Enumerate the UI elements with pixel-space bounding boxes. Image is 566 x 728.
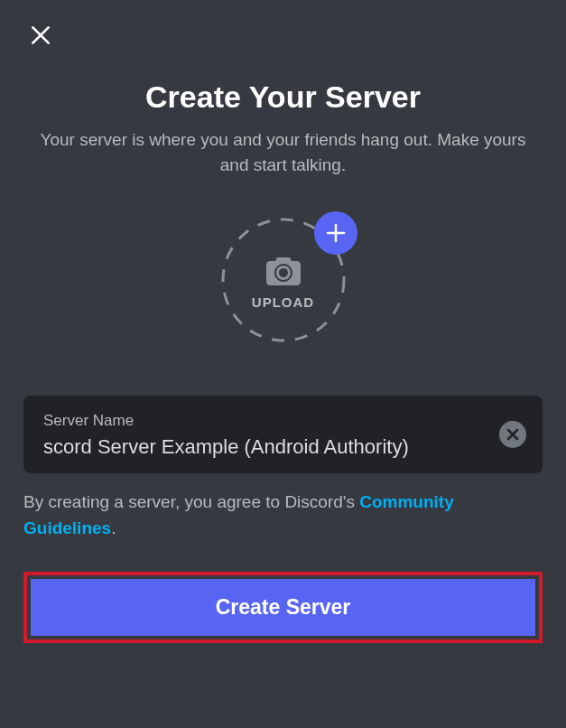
agreement-prefix: By creating a server, you agree to Disco… xyxy=(23,492,359,511)
clear-icon xyxy=(506,428,519,441)
page-title: Create Your Server xyxy=(145,79,421,115)
agreement-suffix: . xyxy=(111,518,116,537)
plus-badge xyxy=(314,211,357,255)
upload-avatar-button[interactable]: UPLOAD xyxy=(220,217,347,343)
cta-highlight-box: Create Server xyxy=(23,572,543,643)
agreement-text: By creating a server, you agree to Disco… xyxy=(23,490,543,541)
server-name-field-container: Server Name xyxy=(23,396,543,473)
server-name-input[interactable] xyxy=(43,435,459,459)
create-server-button[interactable]: Create Server xyxy=(31,579,535,636)
page-subtitle: Your server is where you and your friend… xyxy=(0,127,566,177)
server-name-label: Server Name xyxy=(43,412,523,430)
close-button[interactable] xyxy=(27,22,54,49)
plus-icon xyxy=(326,223,346,243)
close-icon xyxy=(29,23,52,47)
clear-input-button[interactable] xyxy=(499,421,526,448)
